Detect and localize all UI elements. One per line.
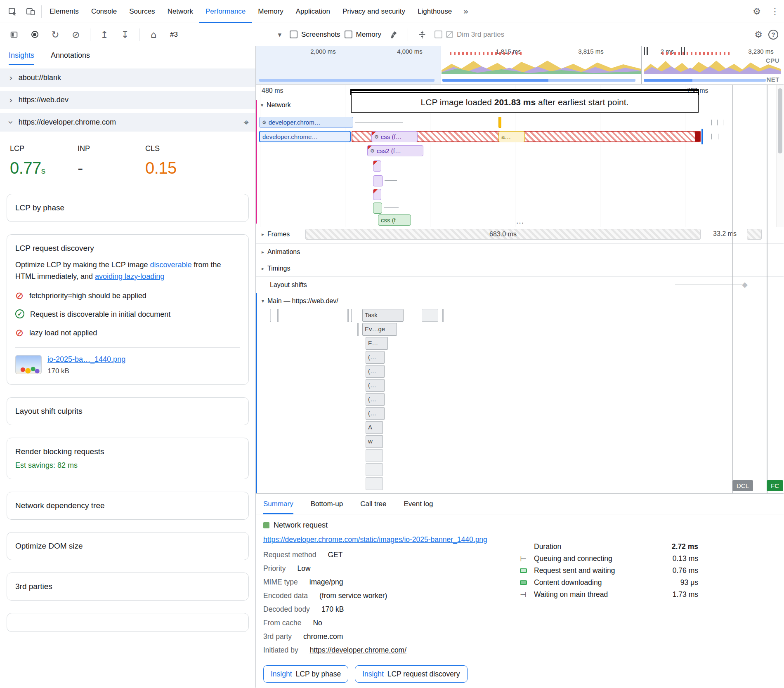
tab-event-log[interactable]: Event log: [404, 494, 433, 514]
memory-checkbox[interactable]: [345, 31, 352, 38]
insight-card-layout-shift-culprits[interactable]: Layout shift culprits: [7, 397, 249, 425]
main-thread-flame[interactable]: Task Ev…ge F… (… (… (… (… (… A w: [256, 309, 784, 493]
tab-annotations[interactable]: Annotations: [51, 46, 90, 65]
css-request-box[interactable]: ⚙ css2 (f…: [367, 145, 423, 156]
tab-lighthouse[interactable]: Lighthouse: [411, 0, 458, 23]
timings-track[interactable]: ▸ Timings: [256, 260, 784, 276]
expand-icon[interactable]: ▸: [262, 249, 264, 255]
css-request-box[interactable]: [373, 175, 383, 186]
capture-settings-icon[interactable]: ⚙: [754, 29, 763, 40]
save-profile-icon[interactable]: ↧: [117, 26, 133, 43]
main-flame-box[interactable]: [366, 449, 383, 462]
dock-panel-icon[interactable]: [6, 26, 22, 43]
main-flame-box[interactable]: F…: [366, 337, 388, 350]
main-flame-sliver[interactable]: [347, 309, 349, 322]
main-thread-track-header[interactable]: ▾ Main — https://web.dev/: [256, 293, 784, 309]
screenshots-toggle[interactable]: Screenshots: [290, 31, 340, 39]
css-request-box[interactable]: css (f: [378, 214, 411, 226]
flame-chart-network[interactable]: 480 ms 730 ms LCP image loaded 201.83 ms…: [256, 85, 784, 227]
customize-devtools-icon[interactable]: ⋮: [766, 0, 784, 23]
insight-card-lcp-by-phase[interactable]: LCP by phase: [7, 194, 249, 222]
dim-3rd-parties-checkbox[interactable]: [435, 31, 442, 38]
main-flame-box[interactable]: [366, 477, 383, 490]
more-tabs-icon[interactable]: »: [458, 6, 473, 16]
main-flame-sliver[interactable]: [351, 309, 352, 322]
main-flame-box[interactable]: [366, 463, 383, 476]
frame-bar[interactable]: [747, 229, 762, 240]
tab-memory[interactable]: Memory: [252, 0, 289, 23]
network-request-box[interactable]: ⚙ developer.chrom…: [259, 117, 353, 128]
lcp-image-link[interactable]: io-2025-ba…_1440.png: [47, 355, 125, 363]
help-icon[interactable]: ?: [768, 30, 778, 40]
window-left-handle[interactable]: [644, 47, 648, 55]
tab-bottom-up[interactable]: Bottom-up: [311, 494, 343, 514]
main-flame-sliver[interactable]: [442, 309, 444, 322]
script-request-box[interactable]: a…: [498, 131, 525, 142]
main-flame-box[interactable]: Ev…ge: [362, 323, 397, 336]
tab-sources[interactable]: Sources: [123, 0, 161, 23]
avoid-lazy-loading-link[interactable]: avoiding lazy-loading: [95, 272, 164, 280]
memory-toggle[interactable]: Memory: [345, 31, 381, 39]
css-request-box[interactable]: ⚙ css (f…: [371, 131, 418, 142]
main-flame-sliver[interactable]: [357, 323, 359, 336]
navigation-item-webdev[interactable]: › https://web.dev: [0, 91, 255, 109]
image-request-box[interactable]: [373, 203, 382, 214]
track-overflow-indicator[interactable]: …: [516, 216, 525, 226]
inspect-element-icon[interactable]: [3, 0, 21, 23]
insight-lcp-by-phase-button[interactable]: Insight LCP by phase: [263, 665, 348, 683]
device-toolbar-icon[interactable]: [21, 0, 40, 23]
insight-card-network-dependency-tree[interactable]: Network dependency tree: [7, 492, 249, 520]
trace-history-dropdown[interactable]: #3 ▾: [166, 26, 286, 43]
initiator-link[interactable]: https://developer.chrome.com/: [310, 646, 406, 655]
tab-summary[interactable]: Summary: [263, 494, 293, 514]
insight-card-lcp-request-discovery[interactable]: LCP request discovery Optimize LCP by ma…: [7, 234, 249, 385]
settings-icon[interactable]: ⚙: [748, 0, 766, 23]
tab-console[interactable]: Console: [85, 0, 123, 23]
main-flame-box[interactable]: w: [366, 435, 383, 448]
insight-card-render-blocking[interactable]: Render blocking requests Est savings: 82…: [7, 438, 249, 479]
frame-bar[interactable]: 683.0 ms: [305, 229, 701, 240]
insight-card-optimize-dom-size[interactable]: Optimize DOM size: [7, 532, 249, 560]
css-request-box[interactable]: [373, 160, 381, 172]
navigation-item-blank[interactable]: › about://blank: [0, 68, 255, 87]
main-flame-box[interactable]: [422, 309, 438, 322]
record-and-reload-icon[interactable]: ↻: [47, 26, 64, 43]
request-url-link[interactable]: https://developer.chrome.com/static/imag…: [263, 535, 487, 544]
record-icon[interactable]: [26, 26, 43, 43]
fit-window-icon[interactable]: [414, 26, 430, 43]
main-flame-sliver[interactable]: [277, 309, 279, 322]
tab-performance[interactable]: Performance: [199, 0, 252, 23]
main-flame-box[interactable]: (…: [366, 407, 385, 420]
load-profile-icon[interactable]: ↥: [96, 26, 113, 43]
scrollbar-thumb[interactable]: [778, 88, 782, 153]
font-request-sliver[interactable]: [498, 117, 501, 128]
dim-3rd-parties-toggle[interactable]: Dim 3rd parties: [435, 31, 504, 39]
tab-elements[interactable]: Elements: [43, 0, 85, 23]
tab-privacy-security[interactable]: Privacy and security: [336, 0, 411, 23]
screenshots-checkbox[interactable]: [290, 31, 298, 38]
tab-insights[interactable]: Insights: [9, 46, 34, 65]
insight-card-partial[interactable]: [7, 613, 249, 632]
main-flame-box[interactable]: (…: [366, 365, 385, 378]
layout-shift-diamond-icon[interactable]: ◆: [742, 280, 748, 289]
tab-application[interactable]: Application: [290, 0, 336, 23]
insight-lcp-request-discovery-button[interactable]: Insight LCP request discovery: [355, 665, 467, 683]
expand-icon[interactable]: ▸: [262, 231, 264, 237]
timeline-overview[interactable]: 2,000 ms 4,000 ms 1,815 ms 3,815 ms 2 ms…: [256, 46, 784, 85]
main-flame-box[interactable]: A: [366, 421, 383, 434]
discoverable-link[interactable]: discoverable: [150, 261, 192, 269]
tab-network[interactable]: Network: [161, 0, 199, 23]
insight-card-3rd-parties[interactable]: 3rd parties: [7, 573, 249, 601]
css-request-box[interactable]: [373, 189, 381, 200]
selected-network-request-box[interactable]: developer.chrome…: [259, 131, 351, 142]
tab-call-tree[interactable]: Call tree: [360, 494, 386, 514]
navigation-item-developer-chrome[interactable]: › https://developer.chrome.com ⌖: [0, 113, 255, 132]
main-flame-sliver[interactable]: [270, 309, 271, 322]
layout-shifts-track[interactable]: Layout shifts ◆: [256, 276, 784, 293]
flame-scrollbar[interactable]: [776, 85, 784, 227]
main-flame-box[interactable]: (…: [366, 379, 385, 392]
window-right-handle[interactable]: [681, 47, 685, 55]
expand-icon[interactable]: ▸: [262, 266, 264, 271]
insights-scroll-area[interactable]: › about://blank › https://web.dev › http…: [0, 65, 255, 688]
home-icon[interactable]: ⌂: [145, 26, 162, 43]
